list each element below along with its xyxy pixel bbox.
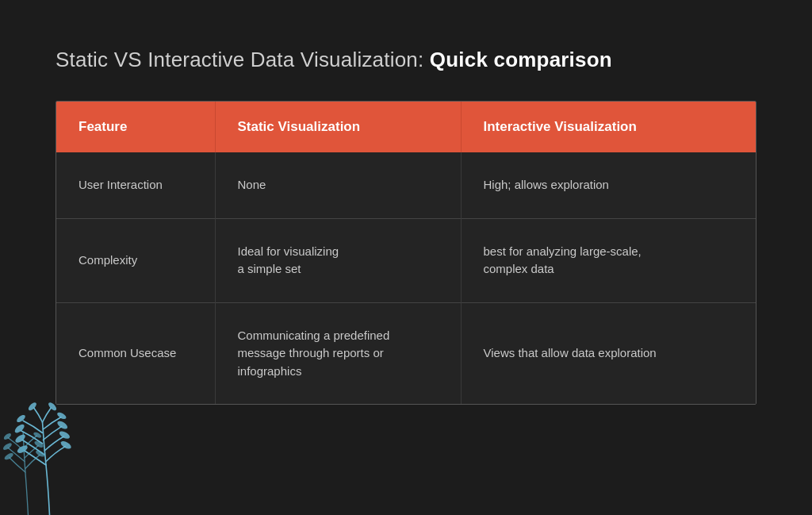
table-row: User InteractionNoneHigh; allows explora… — [56, 152, 756, 218]
svg-point-10 — [3, 452, 14, 461]
svg-point-13 — [35, 449, 46, 458]
header-static: Static Visualization — [215, 102, 461, 152]
svg-point-5 — [58, 430, 71, 440]
title-normal: Static VS Interactive Data Visualization… — [56, 48, 430, 71]
svg-point-1 — [14, 433, 27, 444]
svg-point-14 — [33, 440, 44, 448]
svg-point-12 — [2, 432, 12, 441]
svg-point-7 — [56, 411, 67, 421]
comparison-table-wrapper: Feature Static Visualization Interactive… — [56, 101, 756, 405]
cell-interactive: Views that allow data exploration — [461, 302, 756, 404]
svg-point-11 — [2, 442, 13, 452]
table-header-row: Feature Static Visualization Interactive… — [56, 102, 756, 152]
cell-static: None — [215, 152, 461, 218]
page-title: Static VS Interactive Data Visualization… — [56, 48, 756, 72]
comparison-table: Feature Static Visualization Interactive… — [56, 102, 756, 404]
svg-point-6 — [56, 420, 69, 431]
svg-point-8 — [27, 402, 37, 412]
header-interactive: Interactive Visualization — [461, 102, 756, 152]
title-bold: Quick comparison — [430, 48, 612, 71]
page-container: Static VS Interactive Data Visualization… — [0, 0, 812, 515]
cell-feature: User Interaction — [56, 152, 215, 218]
cell-feature: Common Usecase — [56, 302, 215, 404]
svg-point-0 — [16, 444, 29, 454]
table-row: Common UsecaseCommunicating a predefined… — [56, 302, 756, 404]
cell-static: Ideal for visualizinga simple set — [215, 218, 461, 302]
cell-feature: Complexity — [56, 218, 215, 302]
svg-point-2 — [13, 423, 26, 435]
svg-point-4 — [59, 440, 72, 450]
cell-interactive: High; allows exploration — [461, 152, 756, 218]
svg-point-15 — [33, 431, 42, 439]
table-row: ComplexityIdeal for visualizinga simple … — [56, 218, 756, 302]
header-feature: Feature — [56, 102, 215, 152]
svg-point-3 — [16, 413, 27, 424]
cell-interactive: best for analyzing large-scale,complex d… — [461, 218, 756, 302]
cell-static: Communicating a predefinedmessage throug… — [215, 302, 461, 404]
